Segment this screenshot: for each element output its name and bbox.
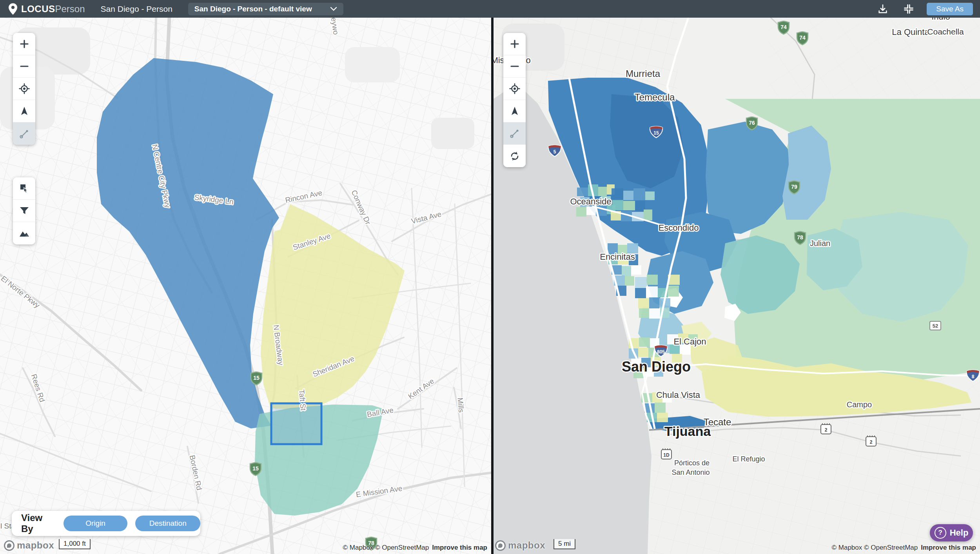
choropleth-cell[interactable] (622, 266, 631, 276)
map-label: San Antonio (671, 468, 710, 476)
view-selector-dropdown[interactable]: San Diego - Person - default view (188, 3, 343, 15)
choropleth-cell[interactable] (647, 275, 658, 285)
collapse-view-button[interactable] (901, 1, 916, 17)
svg-text:76: 76 (749, 120, 755, 126)
zoom-out-button[interactable] (13, 55, 35, 78)
map-label: Coachella (927, 27, 964, 36)
mapbox-logo-icon (495, 540, 506, 551)
zoom-out-icon (18, 60, 30, 72)
choropleth-cell[interactable] (635, 277, 647, 288)
chevron-down-icon (330, 7, 337, 11)
svg-text:15: 15 (253, 375, 260, 381)
map-label: Encinitas (600, 252, 635, 262)
compass-button[interactable] (13, 100, 35, 122)
help-button[interactable]: ? Help (930, 524, 973, 541)
svg-text:74: 74 (799, 35, 806, 41)
choropleth-cell[interactable] (639, 337, 650, 347)
origin-toggle-button[interactable]: Origin (64, 516, 128, 531)
scale-bar: 5 mi (554, 539, 575, 549)
mapbox-logo-icon (4, 540, 15, 551)
zoom-out-button[interactable] (503, 55, 526, 78)
compass-button[interactable] (503, 100, 526, 122)
mapbox-logo[interactable]: mapbox (495, 540, 545, 551)
left-map-nav-controls (13, 33, 35, 145)
compass-icon (18, 105, 30, 117)
scale-bar: 1,000 ft (59, 539, 91, 549)
locate-button[interactable] (503, 78, 526, 100)
choropleth-cell[interactable] (649, 297, 659, 308)
question-mark-icon: ? (935, 527, 946, 539)
svg-text:78: 78 (797, 234, 803, 241)
panel-divider (491, 18, 494, 554)
mapbox-logo[interactable]: mapbox (4, 540, 54, 551)
choropleth-cell[interactable] (635, 288, 646, 298)
refresh-button[interactable] (503, 145, 526, 167)
choropleth-cell[interactable] (623, 191, 633, 200)
choropleth-cell[interactable] (638, 298, 649, 308)
location-pin-icon (9, 3, 17, 15)
choropleth-cell[interactable] (644, 210, 652, 221)
workspace-title: San Diego - Person (101, 4, 172, 14)
detail-map-panel[interactable]: 151578N Centre City PkwySkyridge LnRinco… (0, 18, 491, 554)
selection-box[interactable] (271, 403, 321, 444)
improve-map-link[interactable]: Improve this map (921, 544, 976, 551)
choropleth-cell[interactable] (645, 191, 655, 200)
route-shield-2: 2 (866, 436, 876, 446)
map-attribution: © Mapbox © OpenStreetMapImprove this map (832, 544, 976, 552)
measure-distance-icon (18, 128, 30, 140)
svg-text:52: 52 (933, 323, 938, 329)
map-label: Temecula (635, 92, 675, 102)
overview-map-panel[interactable]: 7474767978515805852221DMurrietaTemeculaO… (494, 18, 980, 554)
svg-text:5: 5 (554, 149, 556, 155)
right-map-nav-controls (503, 33, 526, 167)
choropleth-cell[interactable] (638, 348, 648, 357)
choropleth-cell[interactable] (612, 188, 623, 199)
improve-map-link[interactable]: Improve this map (432, 544, 487, 551)
choropleth-cell[interactable] (668, 286, 679, 297)
choropleth-cell[interactable] (639, 308, 649, 318)
download-button[interactable] (875, 1, 891, 17)
route-shield-52: 52 (930, 321, 941, 330)
map-texture (431, 118, 474, 149)
route-shield-1D: 1D (661, 448, 671, 459)
select-features-button[interactable] (13, 177, 35, 200)
locate-button[interactable] (13, 78, 35, 100)
zoom-in-button[interactable] (503, 33, 526, 55)
choropleth-cell[interactable] (625, 276, 634, 286)
save-as-button[interactable]: Save As (927, 3, 973, 15)
choropleth-cell[interactable] (633, 188, 645, 200)
choropleth-cell[interactable] (655, 403, 666, 413)
refresh-icon (509, 150, 521, 162)
choropleth-cell[interactable] (649, 308, 660, 319)
svg-text:805: 805 (657, 349, 665, 355)
svg-text:2: 2 (825, 427, 828, 433)
map-label: Chula Vista (656, 390, 701, 400)
top-bar: LOCUSPerson San Diego - Person San Diego… (0, 0, 980, 18)
choropleth-cell[interactable] (576, 207, 586, 217)
measure-distance-icon (509, 128, 521, 139)
choropleth-cell[interactable] (586, 206, 596, 215)
svg-text:74: 74 (780, 24, 787, 30)
choropleth-cell[interactable] (577, 188, 588, 196)
choropleth-cell[interactable] (646, 286, 658, 297)
svg-text:15: 15 (252, 465, 259, 472)
brand-product: Person (55, 4, 85, 15)
svg-text:15: 15 (653, 130, 659, 136)
map-label: Mills (456, 397, 465, 413)
map-label: Oceanside (570, 197, 611, 206)
choropleth-cell[interactable] (657, 413, 668, 422)
brand-name: LOCUS (21, 4, 55, 15)
destination-toggle-button[interactable]: Destination (135, 516, 200, 531)
left-map-tool-controls (13, 177, 35, 244)
choropleth-cell[interactable] (623, 201, 635, 210)
choropleth-cell[interactable] (612, 200, 623, 210)
terrain-button[interactable] (13, 222, 35, 244)
map-label: Campo (847, 400, 872, 409)
measure-distance-button (13, 122, 35, 145)
map-label: Murrieta (626, 68, 661, 79)
map-label: Julian (810, 239, 830, 248)
zoom-in-button[interactable] (13, 33, 35, 55)
choropleth-cell[interactable] (631, 265, 641, 275)
filter-button[interactable] (13, 200, 35, 222)
choropleth-cell[interactable] (598, 187, 607, 196)
